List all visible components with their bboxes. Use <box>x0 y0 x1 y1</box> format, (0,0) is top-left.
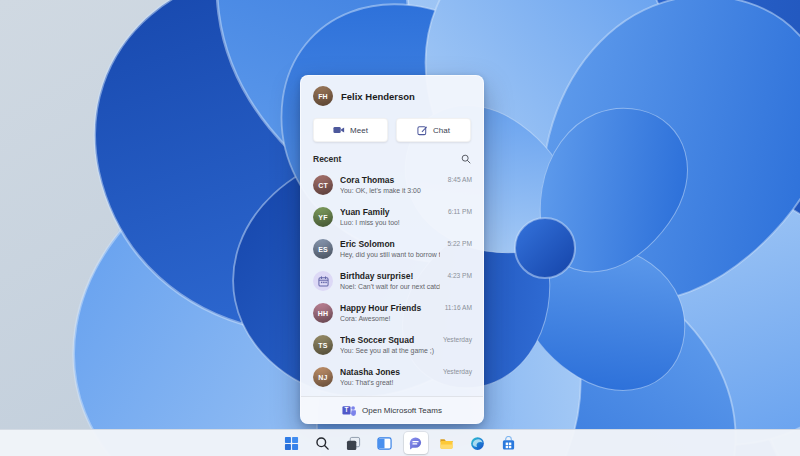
conversation-preview: Luo: I miss you too! <box>340 218 441 227</box>
conversation-preview: Hey, did you still want to borrow the no… <box>340 250 440 259</box>
teams-chat-button[interactable] <box>404 432 428 454</box>
flyout-header: FH Felix Henderson <box>301 76 483 112</box>
meet-button-label: Meet <box>350 126 368 135</box>
open-teams-label: Open Microsoft Teams <box>362 406 442 415</box>
open-teams-button[interactable]: T Open Microsoft Teams <box>301 396 483 423</box>
conversation-list: CTCora ThomasYou: OK, let's make it 3:00… <box>301 168 483 396</box>
calendar-icon <box>318 276 329 287</box>
conversation-preview: You: OK, let's make it 3:00 <box>340 186 441 195</box>
conversation-avatar: NJ <box>313 367 333 387</box>
chat-button-label: Chat <box>433 126 450 135</box>
conversation-avatar: YF <box>313 207 333 227</box>
conversation-preview: You: That's great! <box>340 378 436 387</box>
recent-row: Recent <box>301 144 483 168</box>
start-button[interactable] <box>280 432 304 454</box>
task-view-button[interactable] <box>342 432 366 454</box>
task-view-icon <box>346 436 361 451</box>
conversation-timestamp: 11:16 AM <box>445 303 472 313</box>
conversation-timestamp: 5:22 PM <box>447 239 472 249</box>
conversation-row[interactable]: TSThe Soccer SquadYou: See you all at th… <box>301 330 483 362</box>
meet-button[interactable]: Meet <box>313 118 388 142</box>
conversation-name: Yuan Family <box>340 207 441 217</box>
conversation-name: Happy Hour Friends <box>340 303 438 313</box>
recent-label: Recent <box>313 154 341 164</box>
widgets-icon <box>377 436 392 451</box>
conversation-name: Cora Thomas <box>340 175 441 185</box>
taskbar <box>0 429 800 456</box>
conversation-row[interactable]: HHHappy Hour FriendsCora: Awesome!11:16 … <box>301 298 483 330</box>
conversation-timestamp: 8:45 AM <box>448 175 472 185</box>
conversation-row[interactable]: CTCora ThomasYou: OK, let's make it 3:00… <box>301 170 483 202</box>
conversation-avatar: HH <box>313 303 333 323</box>
microsoft-store-icon <box>501 436 516 451</box>
conversation-name: Eric Solomon <box>340 239 440 249</box>
svg-text:T: T <box>345 406 349 413</box>
microsoft-teams-icon: T <box>342 404 356 416</box>
search-icon[interactable] <box>461 154 471 164</box>
conversation-row[interactable]: ESEric SolomonHey, did you still want to… <box>301 234 483 266</box>
edge-icon <box>470 436 485 451</box>
user-name: Felix Henderson <box>341 91 415 102</box>
compose-chat-icon <box>417 125 428 136</box>
conversation-name: Natasha Jones <box>340 367 436 377</box>
conversation-preview: Cora: Awesome! <box>340 314 438 323</box>
action-row: Meet Chat <box>301 112 483 144</box>
file-explorer-icon <box>439 436 454 451</box>
user-avatar[interactable]: FH <box>313 86 333 106</box>
calendar-avatar <box>313 271 333 291</box>
conversation-avatar: CT <box>313 175 333 195</box>
edge-button[interactable] <box>466 432 490 454</box>
search-button[interactable] <box>311 432 335 454</box>
file-explorer-button[interactable] <box>435 432 459 454</box>
teams-chat-icon <box>408 436 423 451</box>
conversation-avatar: ES <box>313 239 333 259</box>
conversation-name: Birthday surprise! <box>340 271 440 281</box>
conversation-preview: Noel: Can't wait for our next catch up! <box>340 282 440 291</box>
conversation-name: The Soccer Squad <box>340 335 436 345</box>
widgets-button[interactable] <box>373 432 397 454</box>
desktop: FH Felix Henderson Meet Chat Recent <box>0 0 800 456</box>
conversation-timestamp: 4:23 PM <box>447 271 472 281</box>
conversation-row[interactable]: Birthday surprise!Noel: Can't wait for o… <box>301 266 483 298</box>
conversation-timestamp: 6:11 PM <box>448 207 472 217</box>
start-icon <box>284 436 299 451</box>
conversation-preview: You: See you all at the game ;) <box>340 346 436 355</box>
conversation-avatar: TS <box>313 335 333 355</box>
search-icon <box>315 436 330 451</box>
conversation-timestamp: Yesterday <box>443 335 472 345</box>
chat-button[interactable]: Chat <box>396 118 471 142</box>
conversation-row[interactable]: NJNatasha JonesYou: That's great!Yesterd… <box>301 362 483 394</box>
video-camera-icon <box>333 125 345 135</box>
teams-chat-flyout: FH Felix Henderson Meet Chat Recent <box>300 75 484 424</box>
conversation-timestamp: Yesterday <box>443 367 472 377</box>
microsoft-store-button[interactable] <box>497 432 521 454</box>
conversation-row[interactable]: YFYuan FamilyLuo: I miss you too!6:11 PM <box>301 202 483 234</box>
